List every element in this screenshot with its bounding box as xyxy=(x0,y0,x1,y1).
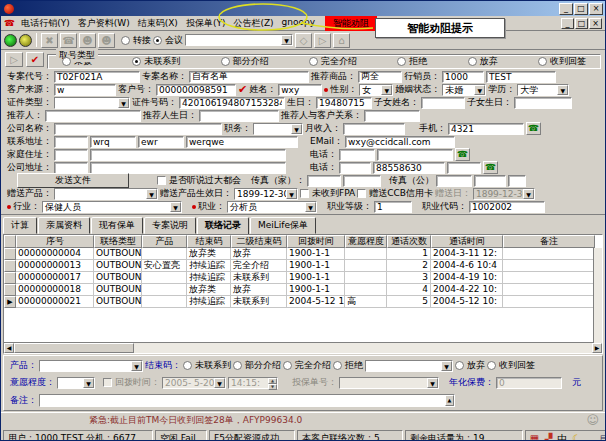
home-icon[interactable]: ⌂ xyxy=(333,33,350,48)
result-signed-radio[interactable]: 收到回签 xyxy=(487,359,535,372)
phone1-area-input[interactable] xyxy=(339,149,375,161)
remark-textarea[interactable]: ▲ xyxy=(39,394,455,407)
menu-item-客户资料W[interactable]: 客户资料(W) xyxy=(74,16,134,31)
result-giveup-radio[interactable]: 放弃 xyxy=(455,359,485,372)
contact-address-2-input[interactable] xyxy=(90,136,136,148)
phone1-input[interactable] xyxy=(377,149,453,161)
chevron-down-icon[interactable]: ▼ xyxy=(523,189,534,199)
dial-phone2-button[interactable]: ☎ xyxy=(483,161,498,174)
chevron-down-icon[interactable]: ▼ xyxy=(131,361,142,371)
dial-phone1-button[interactable]: ☎ xyxy=(455,148,470,161)
home-address-2-input[interactable] xyxy=(90,149,286,161)
phone2-ext-input[interactable] xyxy=(447,162,481,174)
id-number-input[interactable] xyxy=(179,97,285,109)
scroll-up-icon[interactable]: ▲ xyxy=(445,395,454,406)
extension-combobox[interactable]: ▼ xyxy=(185,34,293,46)
chevron-down-icon[interactable]: ▼ xyxy=(381,85,392,95)
tray-keyboard-icon[interactable]: ▤ xyxy=(598,432,606,441)
office-address-2-input[interactable] xyxy=(90,162,286,174)
case-code-input[interactable] xyxy=(54,71,140,83)
dial-type-radio-部分介绍[interactable]: 部分介绍 xyxy=(221,55,269,68)
dial-next-icon[interactable]: ▷ xyxy=(5,52,23,67)
transfer-out-icon[interactable]: ◇ xyxy=(295,33,312,48)
id-type-select[interactable]: ▼ xyxy=(54,97,130,109)
tab-亲属资料[interactable]: 亲属资料 xyxy=(38,217,90,234)
telemarketer-name-input[interactable] xyxy=(486,71,556,83)
grid-col-通话次数[interactable]: 通话次数 xyxy=(387,235,431,248)
phone2-input[interactable] xyxy=(373,162,445,174)
contact-address-3-input[interactable] xyxy=(138,136,184,148)
chevron-down-icon[interactable]: ▼ xyxy=(441,361,452,371)
policy-no-select[interactable]: ▼ xyxy=(339,377,439,389)
result-full-intro-radio[interactable]: 完全介绍 xyxy=(283,359,331,372)
chevron-down-icon[interactable]: ▼ xyxy=(118,98,129,108)
occupation-grade-input[interactable] xyxy=(374,201,412,213)
grid-col-序号[interactable]: 序号 xyxy=(16,235,94,248)
heard-of-metlife-checkbox[interactable]: 是否听说过大都会 xyxy=(157,174,241,187)
table-row[interactable]: 00000000004OUTBOUND放弃类放弃1900-1-112004-3-… xyxy=(4,248,602,260)
forward-icon[interactable]: ▷ xyxy=(314,33,331,48)
grid-col-备注[interactable]: 备注 xyxy=(503,235,595,248)
contact-address-1-input[interactable] xyxy=(54,136,88,148)
table-row[interactable]: ▶00000000021OUTBOUND持续追踪未联系到2004-5-12 1(… xyxy=(4,296,602,308)
tab-计算[interactable]: 计算 xyxy=(3,217,37,234)
dial-type-radio-未联系到[interactable]: 未联系到 xyxy=(132,55,180,68)
ccb-card-checkbox[interactable]: 赠送CCB信用卡 xyxy=(357,187,433,200)
callback-time-spinner[interactable]: 14:15:▲▼ xyxy=(228,377,278,389)
fax-office-area-input[interactable] xyxy=(436,175,472,187)
redial-icon[interactable]: ☎ xyxy=(60,33,77,48)
company-name-input[interactable] xyxy=(54,123,222,135)
gender-select[interactable]: 女▼ xyxy=(359,84,393,96)
occupation-code-input[interactable] xyxy=(469,201,545,213)
tray-app-icon[interactable]: ▞ xyxy=(542,432,555,441)
tab-联络记录[interactable]: 联络记录 xyxy=(197,217,249,235)
confirm-check-icon[interactable]: ✔ xyxy=(26,52,44,67)
chevron-down-icon[interactable]: ▼ xyxy=(427,378,438,388)
fpa-not-received-checkbox[interactable]: 未收到FPA xyxy=(300,187,355,200)
minimize-button[interactable]: _ xyxy=(559,3,573,15)
tab-专案说明[interactable]: 专案说明 xyxy=(144,217,196,234)
callback-date-select[interactable]: 2005- 5-20▼ xyxy=(162,377,226,389)
table-row[interactable]: 00000000017OUTBOUND持续追踪未联系到1900-1-132004… xyxy=(4,272,602,284)
spin-down-icon[interactable]: ▼ xyxy=(268,384,277,390)
chevron-down-icon[interactable]: ▼ xyxy=(83,378,94,388)
fax-home-input[interactable] xyxy=(343,175,381,187)
scroll-right-icon[interactable]: ▶ xyxy=(592,343,602,353)
scroll-thumb[interactable] xyxy=(14,343,134,353)
industry-select[interactable]: 保健人员▼ xyxy=(42,201,182,213)
agent-icon[interactable]: ☻ xyxy=(79,33,96,48)
customer-source-input[interactable] xyxy=(54,84,116,96)
office-address-1-input[interactable] xyxy=(54,162,88,174)
dial-type-radio-收到回签[interactable]: 收到回签 xyxy=(538,55,586,68)
send-file-button[interactable]: 发送文件 xyxy=(17,173,129,188)
menu-item-投保单Y[interactable]: 投保单(Y) xyxy=(182,16,230,31)
fax-home-area-input[interactable] xyxy=(307,175,341,187)
table-row[interactable]: 00000000018OUTBOUND放弃类放弃1900-1-142004-4-… xyxy=(4,284,602,296)
chevron-down-icon[interactable]: ▼ xyxy=(474,85,485,95)
grid-col-结束码[interactable]: 结束码 xyxy=(187,235,231,248)
willingness-select[interactable]: ▼ xyxy=(57,377,95,389)
child-name-input[interactable] xyxy=(421,97,465,109)
menu-item-公告栏Z[interactable]: 公告栏(Z) xyxy=(229,16,277,31)
education-select[interactable]: 大学▼ xyxy=(517,84,569,96)
marital-status-select[interactable]: 未婚▼ xyxy=(442,84,486,96)
gift-product-select[interactable]: ▼ xyxy=(54,188,158,200)
grid-col-意愿程度[interactable]: 意愿程度 xyxy=(345,235,387,248)
menu-item-gnoopy[interactable]: gnoopy xyxy=(278,16,319,31)
chevron-down-icon[interactable]: ▼ xyxy=(170,202,181,212)
maximize-button[interactable]: □ xyxy=(574,3,588,15)
result-refuse-radio[interactable]: 拒绝 xyxy=(333,359,363,372)
menu-item-结束码X[interactable]: 结束码(X) xyxy=(134,16,182,31)
chevron-down-icon[interactable]: ▼ xyxy=(214,378,225,388)
gift-effective-date-select[interactable]: 1899-12-30▼ xyxy=(234,188,298,200)
chevron-down-icon[interactable]: ▼ xyxy=(305,202,316,212)
result-not-reached-radio[interactable]: 未联系到 xyxy=(183,359,231,372)
result-partial-intro-radio[interactable]: 部分介绍 xyxy=(233,359,281,372)
gift-date-select[interactable]: 1899-12-30▼ xyxy=(473,188,535,200)
fax-office-input[interactable] xyxy=(474,175,506,187)
tab-MeiLife保单[interactable]: MeiLife保单 xyxy=(250,217,316,234)
mdi-close-button[interactable]: × xyxy=(589,18,602,29)
dial-type-radio-拒绝[interactable]: 拒绝 xyxy=(397,55,427,68)
tray-ime-chinese-icon[interactable]: 中 xyxy=(556,432,569,441)
referrer-birthday-input[interactable] xyxy=(199,110,279,122)
